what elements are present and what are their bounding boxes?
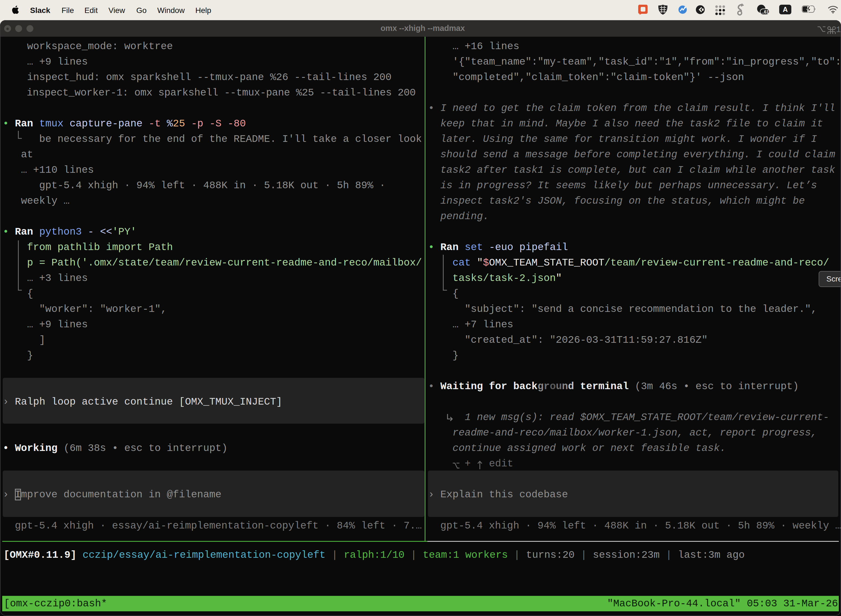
- svg-text:A: A: [783, 6, 788, 13]
- svg-text:..61: ..61: [762, 10, 769, 14]
